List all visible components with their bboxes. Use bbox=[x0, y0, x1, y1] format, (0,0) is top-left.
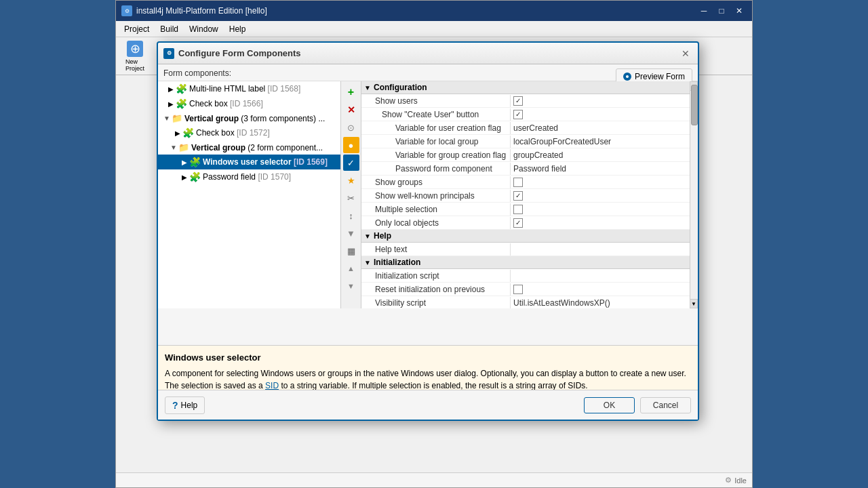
scroll-up-button[interactable]: ▲ bbox=[343, 260, 359, 277]
check-button[interactable]: ✓ bbox=[343, 155, 359, 171]
section-config-label: Configuration bbox=[374, 83, 427, 92]
tree-toggle5[interactable]: ▼ bbox=[169, 144, 178, 151]
prop-show-create-user: Show "Create User" button bbox=[361, 108, 698, 121]
tree-item-vgroup1[interactable]: ▼ 📁 Vertical group (3 form components) .… bbox=[158, 111, 340, 125]
var-group-flag-label: Variable for group creation flag bbox=[361, 149, 511, 161]
menu-help[interactable]: Help bbox=[224, 23, 252, 35]
scroll-down-button[interactable]: ▼ bbox=[343, 278, 359, 294]
toolbar-new-project[interactable]: ⊕ NewProject bbox=[119, 39, 151, 73]
show-users-checkbox[interactable] bbox=[513, 96, 523, 106]
prop-var-local-group: Variable for local group localGroupForCr… bbox=[361, 135, 698, 148]
init-toggle[interactable]: ▼ bbox=[364, 259, 374, 266]
show-users-value bbox=[511, 95, 698, 107]
swap-button[interactable]: ↕ bbox=[343, 207, 359, 224]
ok-button[interactable]: OK bbox=[584, 397, 635, 413]
menu-build[interactable]: Build bbox=[155, 23, 184, 35]
minimize-button[interactable]: ─ bbox=[696, 3, 711, 18]
dialog-footer: ? Help OK Cancel bbox=[158, 390, 698, 420]
config-toggle[interactable]: ▼ bbox=[364, 84, 374, 92]
tree-item-multiline[interactable]: ▶ 🧩 Multi-line HTML label [ID 1568] bbox=[158, 81, 340, 96]
menu-window[interactable]: Window bbox=[184, 23, 224, 35]
scrollbar-thumb[interactable] bbox=[691, 85, 698, 125]
tree-toggle6[interactable]: ▶ bbox=[180, 159, 189, 166]
section-help[interactable]: ▼ Help bbox=[361, 230, 698, 243]
multiple-selection-checkbox[interactable] bbox=[513, 205, 523, 214]
only-local-label: Only local objects bbox=[361, 217, 511, 229]
prop-var-creation-flag: Variable for user creation flag userCrea… bbox=[361, 121, 698, 135]
prop-show-wellknown: Show well-known principals bbox=[361, 189, 698, 203]
prop-init-script: Initialization script bbox=[361, 269, 698, 283]
section-init-label: Initialization bbox=[374, 258, 420, 267]
reset-init-checkbox[interactable] bbox=[513, 285, 523, 294]
prop-help-text: Help text bbox=[361, 243, 698, 256]
scissors-button[interactable]: ✂ bbox=[343, 190, 359, 206]
left-sidebar-bg bbox=[0, 0, 115, 488]
help-icon: ? bbox=[172, 400, 178, 411]
prop-multiple-selection: Multiple selection bbox=[361, 203, 698, 216]
tree-item-checkbox2[interactable]: ▶ 🧩 Check box [ID 1572] bbox=[158, 125, 340, 140]
scroll-down-arrow[interactable]: ▼ bbox=[690, 299, 698, 308]
prop-only-local: Only local objects bbox=[361, 216, 698, 230]
dialog-body: ▶ 🧩 Multi-line HTML label [ID 1568] ▶ 🧩 … bbox=[158, 81, 698, 308]
dialog-title-left: ⚙ Configure Form Components bbox=[163, 48, 301, 59]
show-users-label: Show users bbox=[361, 95, 511, 107]
section-configuration[interactable]: ▼ Configuration bbox=[361, 81, 698, 94]
password-component-label: Password form component bbox=[361, 163, 511, 175]
remove-component-button[interactable]: ✕ bbox=[343, 102, 359, 118]
show-groups-checkbox[interactable] bbox=[513, 178, 523, 187]
prop-visibility-script: Visibility script Util.isAtLeastWindowsX… bbox=[361, 296, 698, 308]
var-creation-flag-value: userCreated bbox=[511, 122, 698, 134]
maximize-button[interactable]: □ bbox=[714, 3, 729, 18]
reset-init-label: Reset initialization on previous bbox=[361, 283, 511, 296]
multiple-selection-value bbox=[511, 203, 698, 216]
show-create-user-checkbox[interactable] bbox=[513, 110, 523, 119]
down-button[interactable]: ▼ bbox=[343, 225, 359, 241]
tree-item-wus[interactable]: ▶ 🧩 Windows user selector [ID 1569] bbox=[158, 155, 340, 169]
move-up-button[interactable]: ● bbox=[343, 137, 359, 153]
tree-toggle3[interactable]: ▼ bbox=[162, 115, 172, 122]
sid-link[interactable]: SID bbox=[265, 381, 279, 390]
tree-item-vgroup2[interactable]: ▼ 📁 Vertical group (2 form component... bbox=[158, 140, 340, 155]
preview-form-label: Preview Form bbox=[635, 72, 685, 81]
move-all-button[interactable]: ⊙ bbox=[343, 119, 359, 136]
tree-item-label2: Check box [ID 1566] bbox=[189, 99, 263, 108]
help-label: Help bbox=[181, 401, 198, 410]
app-title: install4j Multi-Platform Edition [hello] bbox=[136, 6, 267, 16]
close-button[interactable]: ✕ bbox=[732, 3, 747, 18]
add-component-button[interactable]: + bbox=[343, 84, 359, 100]
help-button[interactable]: ? Help bbox=[165, 396, 205, 414]
prop-password-component: Password form component Password field bbox=[361, 162, 698, 176]
menu-project[interactable]: Project bbox=[119, 23, 155, 35]
tree-item-checkbox1[interactable]: ▶ 🧩 Check box [ID 1566] bbox=[158, 96, 340, 111]
preview-radio-icon bbox=[623, 73, 631, 81]
var-local-group-value: localGroupForCreatedUser bbox=[511, 136, 698, 148]
description-title: Windows user selector bbox=[165, 351, 691, 365]
tree-toggle[interactable]: ▶ bbox=[166, 85, 176, 93]
visibility-script-value: Util.isAtLeastWindowsXP() bbox=[511, 297, 698, 309]
only-local-checkbox[interactable] bbox=[513, 218, 523, 228]
show-groups-value bbox=[511, 176, 698, 188]
tree-toggle7[interactable]: ▶ bbox=[180, 174, 189, 181]
show-wellknown-checkbox[interactable] bbox=[513, 191, 523, 201]
image-button[interactable]: ▦ bbox=[343, 243, 359, 259]
form-label-row: Form components: Preview Form bbox=[158, 64, 698, 81]
tree-item-password[interactable]: ▶ 🧩 Password field [ID 1570] bbox=[158, 169, 340, 184]
star-button[interactable]: ★ bbox=[343, 172, 359, 188]
show-create-user-label: Show "Create User" button bbox=[361, 108, 511, 121]
var-creation-flag-label: Variable for user creation flag bbox=[361, 122, 511, 134]
prop-show-groups: Show groups bbox=[361, 176, 698, 189]
init-script-label: Initialization script bbox=[361, 270, 511, 282]
form-components-label: Form components: bbox=[163, 68, 231, 78]
tree-toggle[interactable]: ▶ bbox=[166, 100, 176, 108]
cancel-button[interactable]: Cancel bbox=[640, 397, 691, 413]
status-icon: ⚙ bbox=[725, 476, 732, 485]
multiple-selection-label: Multiple selection bbox=[361, 203, 511, 216]
title-bar: ⚙ install4j Multi-Platform Edition [hell… bbox=[116, 1, 752, 21]
section-initialization[interactable]: ▼ Initialization bbox=[361, 256, 698, 269]
tree-toggle4[interactable]: ▶ bbox=[173, 129, 182, 137]
dialog-close-button[interactable]: ✕ bbox=[679, 47, 692, 60]
scrollbar-track: ▲ ▼ bbox=[690, 81, 698, 308]
help-toggle[interactable]: ▼ bbox=[364, 232, 374, 240]
puzzle-icon3: 🧩 bbox=[182, 127, 194, 138]
prop-show-users: Show users bbox=[361, 94, 698, 108]
